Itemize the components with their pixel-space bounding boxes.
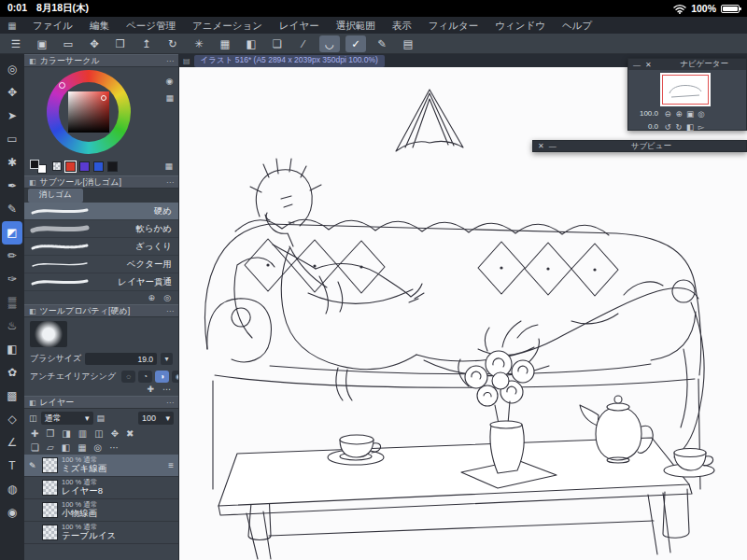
menu-item[interactable]: ファイル [24, 17, 81, 34]
brush-size-slider[interactable]: 19.0 [85, 353, 157, 365]
menu-item[interactable]: フィルター [420, 17, 486, 34]
layer-mask-icon[interactable]: ◫ [94, 428, 103, 439]
swatch-black[interactable] [107, 161, 118, 172]
minimize-icon[interactable]: — [549, 142, 557, 150]
color-panel-header[interactable]: ◧ カラーサークル ⋯ [24, 54, 178, 67]
rotate-cw-icon[interactable]: ↻ [673, 122, 684, 132]
actual-size-icon[interactable]: ◎ [696, 109, 707, 119]
reset-rotation-icon[interactable]: ▻ [696, 122, 707, 132]
zoom-out-icon[interactable]: ⊖ [662, 109, 673, 119]
layer-row[interactable]: ✎ 100 % 通常 ミズキ線画 ≡ [24, 455, 178, 477]
layer-more-icon[interactable]: ⋯ [109, 442, 119, 453]
layer-row[interactable]: ✎ 100 % 通常 小物線画 ≡ [24, 499, 178, 522]
layer-move-icon[interactable]: ✥ [111, 428, 119, 439]
zoom-tool-icon[interactable]: ◎ [0, 58, 24, 81]
bucket-icon[interactable]: ◧ [241, 35, 261, 52]
aa-weak[interactable]: ◔ [138, 371, 152, 383]
transparent-color[interactable] [52, 161, 62, 171]
frame-border-icon[interactable]: ❏ [267, 35, 288, 52]
hue-marker[interactable] [59, 82, 65, 89]
color-set-icon[interactable]: ▦ [165, 93, 174, 103]
workspace-panel-icon[interactable]: ▤ [398, 35, 418, 52]
fill-tool-icon[interactable]: ◧ [0, 338, 24, 361]
ruler-tool-icon[interactable]: ∠ [0, 431, 24, 455]
pencil-tool-icon[interactable]: ✏ [0, 245, 24, 268]
subtool-item[interactable]: ベクター用 [24, 256, 178, 273]
new-folder-icon[interactable]: ❒ [46, 428, 54, 439]
close-icon[interactable]: ✕ [538, 142, 544, 150]
close-icon[interactable]: ✕ [645, 61, 652, 69]
tab-list-icon[interactable]: ▤ [183, 57, 190, 65]
brush-size-dropdown-icon[interactable]: ▾ [161, 353, 173, 365]
subtool-item[interactable]: レイヤー貫通 [24, 273, 178, 291]
marquee-icon[interactable]: ▭ [58, 35, 78, 52]
lock-layer-icon[interactable]: ◧ [62, 442, 70, 453]
color-wheel[interactable] [47, 70, 131, 154]
panel-more-icon[interactable]: ⋯ [166, 57, 174, 65]
menu-item[interactable]: レイヤー [271, 17, 328, 34]
layer-panel-header[interactable]: ◧ レイヤー ⋯ [24, 396, 178, 409]
straight-line-icon[interactable]: ∕ [293, 35, 314, 52]
fit-screen-icon[interactable]: ▣ [684, 109, 696, 119]
subtool-item[interactable]: 軟らかめ [24, 220, 178, 238]
saturation-value-square[interactable] [68, 91, 109, 133]
text-tool-icon[interactable]: T [0, 455, 24, 478]
special-ruler-icon[interactable]: ✳ [189, 35, 209, 52]
aa-none[interactable]: ◌ [121, 371, 135, 383]
panel-more-icon[interactable]: ⋯ [166, 178, 174, 187]
detail-settings-icon[interactable]: ⋯ [162, 385, 171, 394]
balloon-tool-icon[interactable]: ◍ [0, 478, 24, 501]
subtool-item[interactable]: 硬め [24, 203, 178, 220]
main-color[interactable] [30, 160, 39, 169]
layer-thumbnail[interactable] [42, 525, 58, 540]
zoom-in-icon[interactable]: ⊕ [673, 109, 684, 119]
layer-row[interactable]: ✎ 100 % 通常 テーブルイス ≡ [24, 522, 178, 544]
layer-thumbnail[interactable] [42, 502, 58, 518]
decoration-tool-icon[interactable]: ✿ [0, 361, 24, 385]
object-select-icon[interactable]: ▣ [32, 35, 52, 52]
flip-horizontal-icon[interactable]: ◧ [684, 122, 696, 132]
correct-line-icon[interactable]: ✎ [372, 35, 392, 52]
lasso-tool-icon[interactable]: ✱ [0, 151, 24, 175]
move-tool-icon[interactable]: ✥ [0, 81, 24, 105]
grid-snap-icon[interactable]: ▦ [215, 35, 235, 52]
rotate-canvas-icon[interactable]: ↻ [162, 35, 183, 52]
menu-item[interactable]: ヘルプ [554, 17, 600, 34]
menu-item[interactable]: 表示 [384, 17, 420, 34]
selection-tool-icon[interactable]: ▭ [0, 128, 24, 151]
swatch-violet[interactable] [79, 161, 90, 172]
layer-move-icon[interactable]: ✥ [84, 35, 105, 52]
layer-thumbnail[interactable] [42, 480, 58, 496]
color-mixer-icon[interactable]: ◉ [165, 77, 174, 86]
tool-property-header[interactable]: ◧ ツールプロパティ[硬め] ⋯ [24, 304, 178, 317]
document-tab[interactable]: イラスト 516* (A5 2894 x 2039px 350dpi 100.0… [194, 55, 385, 67]
export-icon[interactable]: ↥ [136, 35, 157, 52]
eyedropper-tool-icon[interactable]: ✒ [0, 175, 24, 198]
check-curve-icon[interactable]: ✓ [345, 35, 366, 52]
subtool-group-tab[interactable]: 消しゴム [28, 189, 83, 203]
menu-item[interactable]: ウィンドウ [486, 17, 554, 34]
layer-row[interactable]: ✎ 100 % 通常 レイヤー8 ≡ [24, 477, 178, 499]
panel-more-icon[interactable]: ⋯ [166, 399, 174, 407]
curve-line-icon[interactable]: ◡ [319, 35, 340, 52]
gradient-tool-icon[interactable]: ▩ [0, 385, 24, 408]
figure-tool-icon[interactable]: ◇ [0, 408, 24, 431]
enable-mask-icon[interactable]: ◎ [94, 442, 103, 453]
eraser-tool-icon[interactable]: ◩ [2, 221, 22, 245]
aa-middle[interactable]: ◑ [155, 371, 169, 383]
menu-item[interactable]: アニメーション [184, 17, 271, 34]
brush-tool-icon[interactable]: ✑ [0, 268, 24, 291]
add-subtool-icon[interactable]: ⊕ [148, 293, 156, 302]
rotate-ccw-icon[interactable]: ↺ [662, 122, 673, 132]
reference-layer-icon[interactable]: ▱ [47, 442, 54, 453]
subtool-item[interactable]: ざっくり [24, 238, 178, 256]
minimize-icon[interactable]: — [633, 61, 641, 69]
pen-tool-icon[interactable]: ✎ [0, 198, 24, 221]
blend-tool-icon[interactable]: ♨ [0, 315, 24, 338]
delete-layer-icon[interactable]: ✖ [126, 428, 134, 439]
subtool-panel-header[interactable]: ◧ サブツール[消しゴム] ⋯ [24, 175, 178, 189]
search-subtool-icon[interactable]: ◎ [163, 293, 171, 302]
swatch-blue[interactable] [93, 161, 104, 172]
import-icon[interactable]: ❒ [110, 35, 131, 52]
new-layer-icon[interactable]: ✚ [31, 428, 38, 439]
